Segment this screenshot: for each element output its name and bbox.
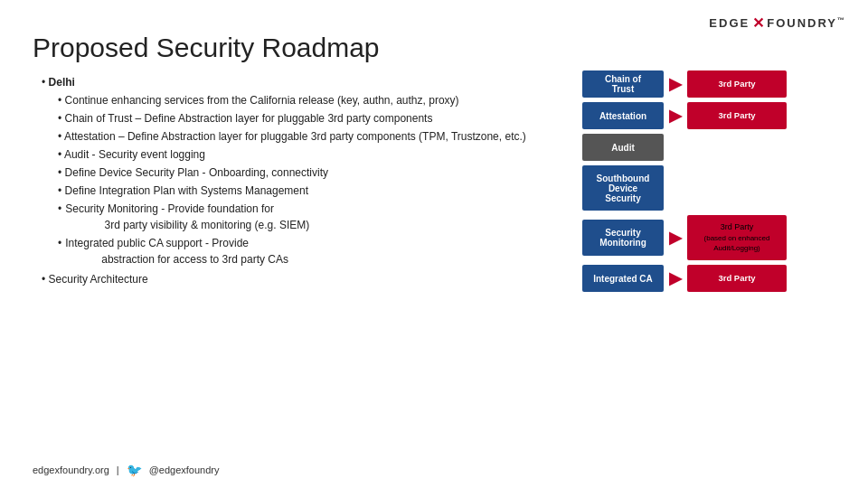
list-item: • Chain of Trust – Define Abstraction la… [58, 110, 564, 127]
footer-divider: | [117, 465, 119, 475]
list-item: • Integrated public CA support - Provide… [58, 235, 564, 267]
southbound-device-security-box: Southbound Device Security [582, 165, 664, 211]
diagram-row-audit: Audit [582, 134, 835, 161]
twitter-icon: 🐦 [127, 463, 142, 477]
list-item: • Continue enhancing services from the C… [58, 92, 564, 108]
footer: edgexfoundry.org | 🐦 @edgexfoundry [33, 463, 220, 477]
attestation-box: Attestation [582, 102, 664, 129]
list-item: • Delhi [42, 74, 564, 90]
page: EDGE ✕ FOUNDRY™ Proposed Security Roadma… [0, 0, 868, 488]
diagram-row-chain: Chain of Trust ▶ 3rd Party [582, 70, 835, 98]
list-item: • Attestation – Define Abstraction layer… [58, 128, 564, 145]
diagram-row-integrated-ca: Integrated CA ▶ 3rd Party [582, 265, 835, 292]
list-item: • Security Architecture [42, 271, 564, 287]
audit-box: Audit [582, 134, 664, 161]
logo-x: ✕ [752, 14, 764, 32]
logo: EDGE ✕ FOUNDRY™ [709, 14, 846, 32]
footer-website: edgexfoundry.org [33, 465, 109, 475]
diagram-row-security-monitoring: Security Monitoring ▶ 3rd Party (based o… [582, 215, 835, 260]
arrow-icon: ▶ [669, 268, 682, 288]
chain-3rd-party-box: 3rd Party [687, 70, 787, 98]
security-monitoring-box: Security Monitoring [582, 220, 664, 256]
logo-part1: EDGE [709, 16, 750, 30]
page-title: Proposed Security Roadmap [33, 33, 835, 63]
list-item: • Security Monitoring - Provide foundati… [58, 201, 564, 233]
list-item: • Audit - Security event logging [58, 146, 564, 163]
arrow-icon: ▶ [669, 74, 682, 94]
logo-part2: FOUNDRY™ [767, 16, 846, 30]
footer-twitter: @edgexfoundry [149, 465, 220, 475]
integrated-ca-box: Integrated CA [582, 265, 664, 292]
list-item: • Define Integration Plan with Systems M… [58, 183, 564, 199]
diagram-row-attestation: Attestation ▶ 3rd Party [582, 102, 835, 129]
integrated-ca-3rd-party-box: 3rd Party [687, 265, 787, 292]
text-section: • Delhi • Continue enhancing services fr… [33, 74, 564, 289]
attestation-3rd-party-box: 3rd Party [687, 102, 787, 129]
arrow-icon: ▶ [669, 106, 682, 126]
content-area: • Delhi • Continue enhancing services fr… [33, 74, 835, 296]
diagram: Chain of Trust ▶ 3rd Party Attestation ▶… [582, 70, 835, 296]
security-monitoring-3rd-party-box: 3rd Party (based on enhancedAudit/Loggin… [687, 215, 787, 260]
chain-of-trust-box: Chain of Trust [582, 70, 664, 98]
diagram-row-southbound: Southbound Device Security [582, 165, 835, 211]
list-item: • Define Device Security Plan - Onboardi… [58, 164, 564, 181]
arrow-icon: ▶ [669, 228, 682, 248]
